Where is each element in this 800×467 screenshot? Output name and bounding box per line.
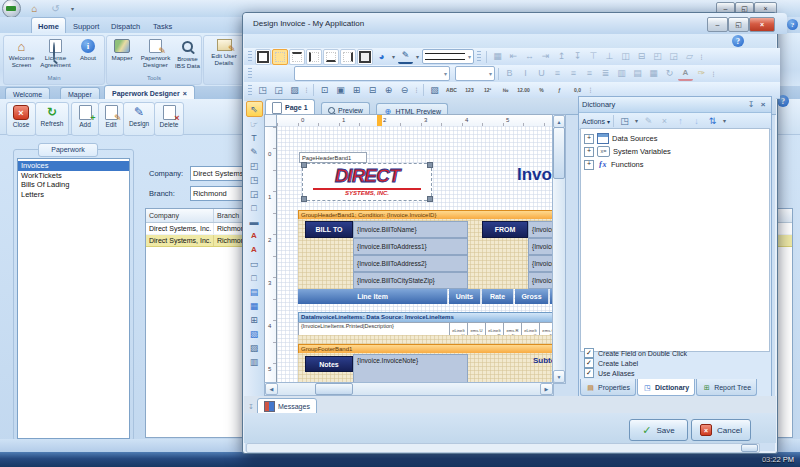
add-button[interactable]: + Add [71, 102, 99, 136]
chart-component-icon[interactable]: ▧ [247, 327, 262, 341]
zoom-width-icon[interactable]: ⊞ [349, 83, 364, 97]
checkbox-icon[interactable]: ✓ [584, 368, 594, 378]
new-item-dropdown-icon[interactable]: ▾ [633, 114, 640, 128]
italic-icon[interactable]: I [518, 67, 533, 81]
zoom-height-icon[interactable]: ⊟ [365, 83, 380, 97]
vertical-scroll-thumb[interactable] [553, 127, 565, 179]
tab-dictionary[interactable]: ◳ Dictionary [637, 379, 695, 396]
right-border-button[interactable] [340, 49, 356, 65]
align-tops-icon[interactable]: ↥ [554, 50, 569, 64]
align-text-justify-icon[interactable]: ≣ [598, 67, 613, 81]
design-button[interactable]: ✎ Design [123, 102, 155, 136]
home-icon[interactable]: ⌂ [27, 2, 42, 16]
no-borders-button[interactable] [272, 49, 288, 65]
barcode-component-icon[interactable]: ▥ [247, 355, 262, 369]
doc-tab-paperwork-designer[interactable]: Paperwork Designer × [104, 85, 195, 100]
expand-icon[interactable]: + [584, 160, 594, 170]
format-date-icon[interactable]: № [497, 83, 514, 97]
outside-border-button[interactable] [357, 49, 373, 65]
ribbon-tab-tasks[interactable]: Tasks [147, 19, 178, 33]
bottom-border-button[interactable] [323, 49, 339, 65]
bold-icon[interactable]: B [502, 67, 517, 81]
tree-item-functions[interactable]: + ƒx Functions [581, 158, 769, 171]
refresh-button[interactable]: ↻ Refresh [35, 102, 69, 136]
from-header[interactable]: FROM [482, 221, 528, 238]
notes-header[interactable]: Notes [305, 356, 353, 372]
style-tool-icon[interactable]: ✎ [247, 145, 262, 159]
bill-to-address2-field[interactable]: {Invoice.BillToAddress2} [353, 255, 468, 272]
checkbox-icon[interactable]: ✓ [584, 348, 594, 358]
delete-item-icon[interactable]: × [657, 114, 672, 128]
panel-component-icon[interactable]: ▭ [247, 257, 262, 271]
move-up-icon[interactable]: ↑ [673, 114, 688, 128]
scroll-down-icon[interactable]: ▼ [553, 370, 565, 383]
edit-button[interactable]: ✎ Edit [98, 102, 124, 136]
browse-ibs-data-button[interactable]: Browse IBS Data [174, 37, 201, 69]
bill-to-citystatezip-field[interactable]: {Invoice.BillToCityStateZip} [353, 272, 468, 289]
align-centers-icon[interactable]: ↔ [522, 50, 537, 64]
align-bottoms-icon[interactable]: ↧ [570, 50, 585, 64]
use-aliases-checkbox[interactable]: ✓ Use Aliases [580, 368, 768, 378]
toolbar-grip[interactable] [248, 68, 252, 79]
text-component-icon[interactable]: A [247, 229, 262, 243]
ribbon-tab-home[interactable]: Home [31, 17, 66, 34]
pin-icon[interactable]: ↧ [746, 98, 756, 112]
taskbar-clock[interactable]: 03:22 PM [762, 455, 800, 464]
column-header-company[interactable]: Company [146, 209, 214, 222]
center-vertically-icon[interactable]: ⊥ [602, 50, 617, 64]
align-text-center-icon[interactable]: ≡ [566, 67, 581, 81]
dialog-maximize-button[interactable]: ◱ [728, 17, 749, 32]
left-border-button[interactable] [306, 49, 322, 65]
dialog-titlebar[interactable]: Design Invoice - My Application [243, 13, 787, 34]
sort-items-icon[interactable]: ⇅ [705, 114, 720, 128]
format-number-icon[interactable]: 123 [461, 83, 478, 97]
format-time-icon[interactable]: 12.00 [515, 83, 532, 97]
band-component-icon[interactable]: ▬ [247, 215, 262, 229]
text-edit-tool-icon[interactable]: T [247, 131, 262, 145]
top-border-button[interactable] [289, 49, 305, 65]
new-item-icon[interactable]: ◳ [617, 114, 632, 128]
page-component-icon[interactable]: □ [247, 201, 262, 215]
toolbar-overflow-icon[interactable]: ⋮ [698, 50, 705, 64]
horizontal-scrollbar[interactable]: ◀ ▶ [264, 382, 554, 396]
font-size-combo[interactable]: ▾ [455, 66, 495, 81]
subtotal-label[interactable]: Subtotal [533, 356, 553, 365]
company-logo-component[interactable]: DIRECT SYSTEMS, INC. [302, 163, 432, 201]
create-label-checkbox[interactable]: ✓ Create Label [580, 358, 768, 368]
snap-to-grid-icon[interactable]: ▦ [490, 50, 505, 64]
bill-to-address1-field[interactable]: {Invoice.BillToAddress1} [353, 238, 468, 255]
zoom-in-icon[interactable]: ⊕ [381, 83, 396, 97]
copy-page-icon[interactable]: ◲ [271, 83, 286, 97]
taskbar[interactable]: 03:22 PM [0, 452, 800, 467]
bands-menu-icon[interactable]: ◲ [247, 187, 262, 201]
units-column-header[interactable]: Units [449, 289, 481, 304]
center-horizontally-icon[interactable]: ⊤ [586, 50, 601, 64]
list-item-bills-of-lading[interactable]: Bills Of Lading [18, 180, 129, 190]
dialog-close-button[interactable]: × [749, 17, 775, 32]
format-currency-icon[interactable]: 12³ [479, 83, 496, 97]
send-to-back-icon[interactable]: ◲ [666, 50, 681, 64]
toolbar-overflow-icon[interactable]: ⋮ [303, 83, 310, 97]
dialog-help-icon[interactable]: ? [732, 35, 744, 47]
tree-item-data-sources[interactable]: + Data Sources [581, 132, 769, 145]
tab-page1[interactable]: Page 1 [265, 99, 315, 115]
design-page[interactable]: PageHeaderBand1 DIRECT SYSTEMS, INC. Inv… [276, 126, 553, 383]
undo-icon[interactable]: ↺ [48, 2, 63, 16]
actions-button[interactable]: Actions ▾ [582, 118, 610, 125]
expand-icon[interactable]: + [584, 134, 594, 144]
list-item-worktickets[interactable]: WorkTickets [18, 171, 129, 181]
ribbon-help-icon[interactable]: ? [787, 19, 798, 30]
cross-tab-component-icon[interactable]: ⊞ [247, 313, 262, 327]
tree-item-system-variables[interactable]: + x= System Variables [581, 145, 769, 158]
dictionary-tree[interactable]: + Data Sources + x= System Variables + ƒ… [580, 128, 770, 352]
standard-components-icon[interactable]: ◳ [247, 173, 262, 187]
same-width-icon[interactable]: ◫ [618, 50, 633, 64]
panel-close-icon[interactable]: × [758, 98, 768, 112]
format-percent-icon[interactable]: % [533, 83, 550, 97]
edit-item-icon[interactable]: ✎ [641, 114, 656, 128]
vertical-scrollbar[interactable]: ▲ ▼ [552, 114, 566, 384]
page-image-icon[interactable]: ▨ [287, 83, 302, 97]
align-lefts-icon[interactable]: ⇤ [506, 50, 521, 64]
toolbar-grip[interactable] [248, 51, 252, 62]
bill-to-header[interactable]: BILL TO [305, 221, 353, 238]
